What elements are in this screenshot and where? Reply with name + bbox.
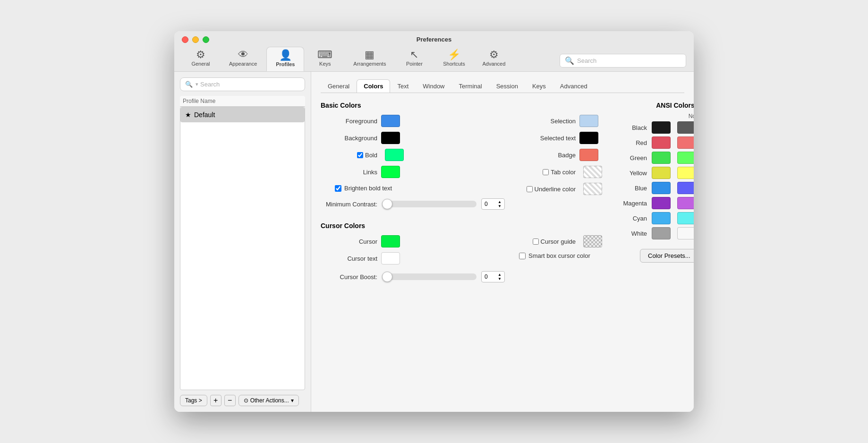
tags-button[interactable]: Tags > <box>180 395 207 406</box>
cursor-colors-title: Cursor Colors <box>321 222 602 230</box>
profile-list: ★ Default <box>180 107 305 390</box>
bold-checkbox[interactable] <box>357 152 363 158</box>
selected-text-swatch[interactable] <box>579 132 598 144</box>
tab-general[interactable]: General <box>321 79 357 93</box>
toolbar-item-shortcuts[interactable]: ⚡ Shortcuts <box>435 47 473 71</box>
selected-text-label: Selected text <box>519 135 576 142</box>
ansi-swatch-cyan-normal[interactable] <box>652 212 671 224</box>
cursor-boost-slider[interactable] <box>382 273 477 280</box>
bold-swatch[interactable] <box>385 149 404 161</box>
ansi-label-black: Black <box>616 124 647 131</box>
ansi-section: ANSI Colors Normal Bright Black Red Gree… <box>616 102 694 287</box>
basic-colors-left: Foreground Background <box>321 115 505 214</box>
keys-icon: ⌨ <box>317 50 332 60</box>
ansi-swatch-green-normal[interactable] <box>652 152 671 164</box>
underline-color-checkbox[interactable] <box>527 186 533 192</box>
brighten-bold-checkbox[interactable] <box>335 185 341 192</box>
tab-keys[interactable]: Keys <box>525 79 553 93</box>
basic-colors-right: Selection Selected text Badge <box>519 115 602 214</box>
sidebar-search-container[interactable]: 🔍 ▾ <box>180 77 305 91</box>
cursor-boost-spinner[interactable]: ▲ ▼ <box>498 273 502 281</box>
cursor-guide-checkbox[interactable] <box>533 239 539 245</box>
selection-swatch[interactable] <box>579 115 598 127</box>
add-profile-button[interactable]: + <box>210 395 221 406</box>
ansi-swatch-white-bright[interactable] <box>677 227 694 239</box>
cursor-guide-swatch[interactable] <box>583 235 602 247</box>
other-actions-button[interactable]: ⊙ Other Actions... ▾ <box>238 395 299 406</box>
cursor-boost-value: 0 ▲ ▼ <box>481 271 505 282</box>
close-button[interactable] <box>182 36 188 43</box>
background-row: Background <box>321 132 505 144</box>
links-row: Links <box>321 166 505 178</box>
ansi-swatch-red-bright[interactable] <box>677 136 694 149</box>
cursor-swatch[interactable] <box>381 235 400 247</box>
ansi-swatch-yellow-normal[interactable] <box>652 167 671 179</box>
tab-window[interactable]: Window <box>416 79 451 93</box>
ansi-row-black: Black <box>616 121 694 134</box>
ansi-swatch-yellow-bright[interactable] <box>677 167 694 179</box>
toolbar-label-appearance: Appearance <box>229 61 257 67</box>
fullscreen-button[interactable] <box>203 36 209 43</box>
ansi-swatch-white-normal[interactable] <box>652 227 671 239</box>
profile-list-header: Profile Name <box>180 96 305 107</box>
brighten-bold-label: Brighten bold text <box>344 185 392 192</box>
ansi-swatch-black-bright[interactable] <box>677 121 694 134</box>
tab-text[interactable]: Text <box>390 79 416 93</box>
toolbar-label-general: General <box>191 61 210 67</box>
smart-box-label: Smart box cursor color <box>528 252 590 259</box>
toolbar: ⚙ General 👁 Appearance 👤 Profiles ⌨ Keys… <box>182 47 686 71</box>
ansi-normal-header: Normal <box>688 113 694 119</box>
badge-label: Badge <box>519 152 576 159</box>
ansi-label-blue: Blue <box>616 185 647 192</box>
tab-color-row: Tab color <box>519 166 602 178</box>
toolbar-item-keys[interactable]: ⌨ Keys <box>306 47 344 71</box>
sidebar-search-dropdown[interactable]: ▾ <box>196 81 198 87</box>
foreground-swatch[interactable] <box>381 115 400 127</box>
background-swatch[interactable] <box>381 132 400 144</box>
ansi-swatch-cyan-bright[interactable] <box>677 212 694 224</box>
toolbar-search-input[interactable] <box>577 57 681 64</box>
ansi-header: Normal Bright <box>616 113 694 119</box>
remove-profile-button[interactable]: − <box>224 395 236 406</box>
minimize-button[interactable] <box>192 36 199 43</box>
tab-colors[interactable]: Colors <box>357 79 390 93</box>
toolbar-item-advanced[interactable]: ⚙ Advanced <box>475 47 513 71</box>
tab-color-swatch[interactable] <box>583 166 602 178</box>
ansi-swatch-blue-bright[interactable] <box>677 182 694 194</box>
links-label: Links <box>321 169 377 176</box>
ansi-swatch-green-bright[interactable] <box>677 152 694 164</box>
color-presets-button[interactable]: Color Presets... ▾ <box>640 249 694 263</box>
toolbar-item-general[interactable]: ⚙ General <box>182 47 220 71</box>
toolbar-item-profiles[interactable]: 👤 Profiles <box>266 47 304 71</box>
min-contrast-slider[interactable] <box>382 201 477 207</box>
underline-color-swatch[interactable] <box>583 183 602 195</box>
tab-session[interactable]: Session <box>489 79 525 93</box>
ansi-swatch-black-normal[interactable] <box>652 121 671 134</box>
links-swatch[interactable] <box>381 166 400 178</box>
toolbar-item-arrangements[interactable]: ▦ Arrangements <box>346 47 393 71</box>
min-contrast-spinner[interactable]: ▲ ▼ <box>498 200 502 208</box>
tab-color-checkbox[interactable] <box>543 169 549 175</box>
badge-swatch[interactable] <box>579 149 598 161</box>
profile-item-default[interactable]: ★ Default <box>180 107 305 122</box>
tab-advanced[interactable]: Advanced <box>553 79 595 93</box>
sidebar-search-input[interactable] <box>200 81 300 88</box>
toolbar-item-pointer[interactable]: ↖ Pointer <box>395 47 433 71</box>
tab-terminal[interactable]: Terminal <box>452 79 489 93</box>
ansi-label-white: White <box>616 230 647 237</box>
toolbar-label-advanced: Advanced <box>482 61 505 67</box>
ansi-swatch-magenta-normal[interactable] <box>652 197 671 209</box>
ansi-rows: Black Red Green Yellow Blue Magenta Cyan… <box>616 121 694 239</box>
toolbar-search[interactable]: 🔍 <box>560 54 686 68</box>
ansi-swatch-magenta-bright[interactable] <box>677 197 694 209</box>
cursor-text-swatch[interactable] <box>381 252 400 264</box>
ansi-swatch-blue-normal[interactable] <box>652 182 671 194</box>
smart-box-checkbox[interactable] <box>519 253 526 259</box>
cursor-boost-label: Cursor Boost: <box>321 273 377 281</box>
ansi-swatch-red-normal[interactable] <box>652 136 671 149</box>
tabs-bar: General Colors Text Window Terminal Sess… <box>321 79 684 93</box>
colors-panel: Basic Colors Foreground Background <box>321 102 684 287</box>
colors-main: Basic Colors Foreground Background <box>321 102 602 287</box>
toolbar-item-appearance[interactable]: 👁 Appearance <box>221 47 264 71</box>
brighten-bold-row: Brighten bold text <box>335 185 505 192</box>
